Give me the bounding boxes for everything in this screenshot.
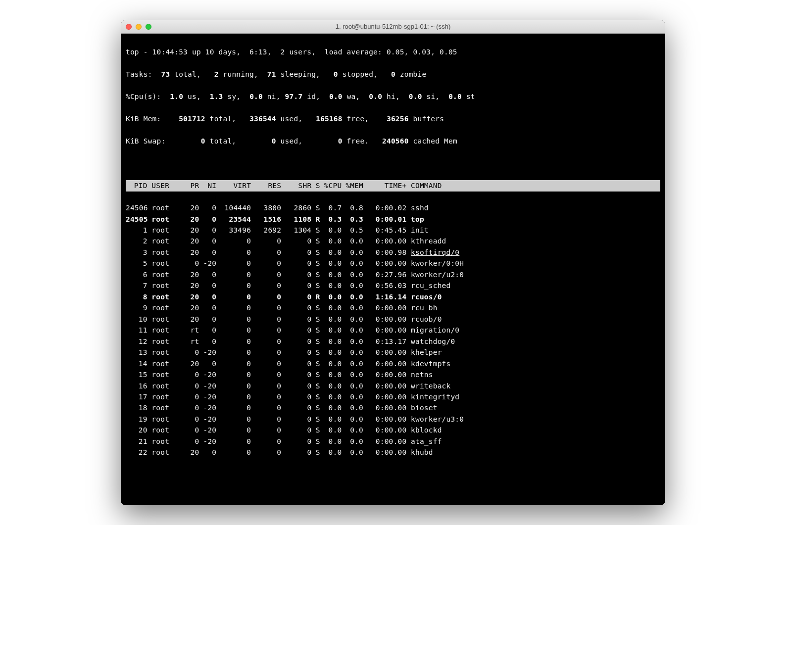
- process-row: 22root200000S0.00.00:00.00khubd: [126, 447, 660, 458]
- cell-s: R: [311, 291, 320, 302]
- cell-cpu: 0.0: [320, 414, 342, 425]
- col-res: RES: [251, 180, 281, 191]
- cell-res: 0: [251, 347, 281, 358]
- cell-user: root: [147, 269, 187, 280]
- cell-cpu: 0.0: [320, 391, 342, 402]
- cell-time: 0:00.00: [363, 369, 406, 380]
- cell-s: S: [311, 336, 320, 347]
- cell-pr: 20: [186, 291, 199, 302]
- cell-cpu: 0.0: [320, 358, 342, 369]
- cell-mem: 0.0: [342, 347, 363, 358]
- cell-res: 2692: [251, 225, 281, 236]
- cell-ni: 0: [199, 280, 216, 291]
- cell-pid: 5: [126, 258, 147, 269]
- cell-shr: 0: [281, 347, 311, 358]
- cell-user: root: [147, 391, 187, 402]
- titlebar[interactable]: 1. root@ubuntu-512mb-sgp1-01: ~ (ssh): [121, 20, 665, 34]
- cell-pid: 22: [126, 447, 147, 458]
- zoom-icon[interactable]: [146, 24, 151, 30]
- cell-pr: 20: [186, 314, 199, 325]
- cell-virt: 0: [216, 336, 251, 347]
- cell-time: 0:56.03: [363, 280, 406, 291]
- cell-mem: 0.0: [342, 369, 363, 380]
- cell-s: S: [311, 391, 320, 402]
- minimize-icon[interactable]: [136, 24, 142, 30]
- summary-line-uptime: top - 10:44:53 up 10 days, 6:13, 2 users…: [126, 47, 660, 57]
- cell-virt: 33496: [216, 225, 251, 236]
- cell-cpu: 0.0: [320, 280, 342, 291]
- cell-ni: 0: [199, 202, 216, 213]
- cell-pid: 20: [126, 425, 147, 435]
- process-row: 11rootrt0000S0.00.00:00.00migration/0: [126, 325, 660, 336]
- cell-command: khelper: [406, 347, 442, 358]
- cell-mem: 0.0: [342, 236, 363, 246]
- cell-pr: 20: [186, 247, 199, 258]
- cell-virt: 0: [216, 402, 251, 413]
- cell-command: kworker/u3:0: [406, 414, 464, 425]
- terminal-output[interactable]: top - 10:44:53 up 10 days, 6:13, 2 users…: [121, 34, 665, 505]
- cell-mem: 0.0: [342, 358, 363, 369]
- cell-mem: 0.0: [342, 381, 363, 391]
- process-row: 20root0-20000S0.00.00:00.00kblockd: [126, 425, 660, 435]
- col-virt: VIRT: [216, 180, 251, 191]
- cell-mem: 0.0: [342, 402, 363, 413]
- cell-cpu: 0.0: [320, 225, 342, 236]
- cell-shr: 0: [281, 369, 311, 380]
- cell-mem: 0.0: [342, 447, 363, 458]
- cell-ni: 0: [199, 214, 216, 225]
- cell-res: 0: [251, 269, 281, 280]
- process-list: 24506root20010444038002860S0.70.80:00.02…: [126, 202, 660, 458]
- cell-ni: 0: [199, 247, 216, 258]
- cell-mem: 0.0: [342, 314, 363, 325]
- cell-s: S: [311, 280, 320, 291]
- cell-pid: 24506: [126, 202, 147, 213]
- cell-s: S: [311, 236, 320, 246]
- cell-pid: 18: [126, 402, 147, 413]
- cell-ni: 0: [199, 325, 216, 336]
- cell-ni: -20: [199, 258, 216, 269]
- col-s: S: [311, 180, 320, 191]
- cell-res: 0: [251, 302, 281, 313]
- cell-command: init: [406, 225, 428, 236]
- cell-pr: 20: [186, 447, 199, 458]
- cell-ni: 0: [199, 269, 216, 280]
- cell-shr: 0: [281, 381, 311, 391]
- cell-user: root: [147, 214, 187, 225]
- cell-res: 0: [251, 258, 281, 269]
- cell-s: S: [311, 402, 320, 413]
- cell-virt: 0: [216, 247, 251, 258]
- close-icon[interactable]: [126, 24, 132, 30]
- cell-mem: 0.0: [342, 391, 363, 402]
- cell-command: writeback: [406, 381, 450, 391]
- process-row: 21root0-20000S0.00.00:00.00ata_sff: [126, 436, 660, 447]
- cell-time: 0:00.00: [363, 258, 406, 269]
- cell-s: S: [311, 414, 320, 425]
- cell-time: 0:00.01: [363, 214, 406, 225]
- cell-shr: 0: [281, 291, 311, 302]
- cell-res: 0: [251, 447, 281, 458]
- cell-virt: 0: [216, 414, 251, 425]
- cell-user: root: [147, 402, 187, 413]
- cell-cpu: 0.0: [320, 347, 342, 358]
- cell-ni: -20: [199, 436, 216, 447]
- cell-user: root: [147, 302, 187, 313]
- process-row: 17root0-20000S0.00.00:00.00kintegrityd: [126, 391, 660, 402]
- process-row: 5root0-20000S0.00.00:00.00kworker/0:0H: [126, 258, 660, 269]
- cell-user: root: [147, 381, 187, 391]
- cell-cpu: 0.0: [320, 436, 342, 447]
- cell-res: 0: [251, 391, 281, 402]
- cell-mem: 0.0: [342, 302, 363, 313]
- cell-pr: 20: [186, 358, 199, 369]
- cell-ni: 0: [199, 302, 216, 313]
- process-row: 13root0-20000S0.00.00:00.00khelper: [126, 347, 660, 358]
- cell-command: rcu_bh: [406, 302, 437, 313]
- cell-virt: 0: [216, 258, 251, 269]
- cell-user: root: [147, 358, 187, 369]
- traffic-lights: [126, 24, 151, 30]
- cell-time: 0:00.02: [363, 202, 406, 213]
- col-pr: PR: [186, 180, 199, 191]
- cell-virt: 0: [216, 425, 251, 435]
- cell-ni: 0: [199, 225, 216, 236]
- cell-command: ata_sff: [406, 436, 442, 447]
- cell-command: kblockd: [406, 425, 442, 435]
